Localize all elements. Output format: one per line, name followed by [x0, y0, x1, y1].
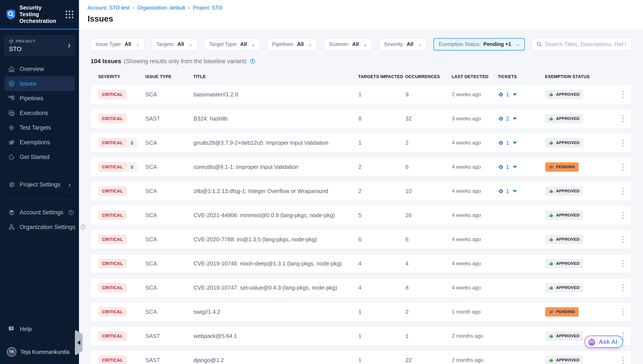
row-menu-kebab[interactable]: [619, 282, 627, 294]
exemption-status-cell: APPROVED: [545, 259, 619, 268]
app-title: Security Testing Orchestration: [20, 4, 62, 24]
filter-exemption-status[interactable]: Exemption Status: Pending +1 ⌄: [433, 38, 524, 50]
ticket-caret-down-icon[interactable]: [513, 190, 517, 192]
row-menu-kebab[interactable]: [619, 209, 627, 221]
row-menu-kebab[interactable]: [619, 233, 627, 246]
ticket-caret-down-icon[interactable]: [513, 93, 517, 96]
approved-badge: APPROVED: [545, 235, 583, 244]
ask-ai-button[interactable]: Ask AI: [584, 336, 623, 348]
last-detected-cell: 4 weeks ago: [452, 140, 498, 146]
chevron-down-icon: ⌄: [188, 42, 193, 47]
row-menu-kebab[interactable]: [619, 161, 627, 173]
sidebar-nav: Overview Issues Pipelines Executions: [0, 62, 79, 234]
row-menu-kebab[interactable]: [619, 88, 627, 100]
search-input[interactable]: [545, 41, 627, 48]
sidebar-item-test-targets[interactable]: Test Targets: [4, 120, 75, 135]
table-row[interactable]: CRITICAL SAST B324: hashlib 8 32 3 weeks…: [91, 109, 631, 128]
row-menu-kebab[interactable]: [619, 137, 627, 149]
info-icon[interactable]: [68, 210, 74, 216]
sidebar-item-exemptions[interactable]: Exemptions: [4, 135, 75, 150]
severity-cell: CRITICAL: [98, 162, 145, 172]
page-header: Account: STO test › Organization: defaul…: [79, 0, 643, 29]
avatar: TK: [7, 347, 17, 357]
exemption-status-cell: PENDING: [545, 307, 619, 316]
info-icon[interactable]: [250, 58, 255, 64]
severity-cell: CRITICAL: [98, 234, 145, 244]
row-menu-kebab[interactable]: [619, 354, 627, 364]
filter-pipelines[interactable]: Pipelines: All ⌄: [267, 38, 317, 50]
help-button[interactable]: ? Help: [4, 322, 75, 336]
ticket-count: 2: [506, 115, 509, 122]
issue-type-cell: SCA: [145, 91, 194, 98]
table-row[interactable]: CRITICAL SCA CVE-2020-7788: ini@1.3.5 (l…: [91, 230, 631, 249]
table-row[interactable]: CRITICAL SCA CVE-2021-44906: minimist@0.…: [91, 206, 631, 225]
sidebar-item-project-settings[interactable]: Project Settings ›: [4, 177, 75, 192]
search-box: [532, 38, 631, 50]
targets-impacted-cell: 6: [358, 236, 405, 243]
breadcrumb-account[interactable]: Account: STO test: [88, 5, 130, 11]
issue-title-cell: webpack@5.64.1: [194, 333, 358, 340]
tickets-cell[interactable]: 1: [498, 164, 545, 170]
table-row[interactable]: CRITICAL SCA gnutls28@3.7.9-2+deb12u5: I…: [91, 133, 631, 152]
info-icon[interactable]: [80, 224, 86, 230]
table-row[interactable]: CRITICAL SCA swig//1.4.2 1 2 1 month ago…: [91, 302, 631, 322]
sidebar-item-issues[interactable]: Issues: [4, 76, 75, 91]
filter-scanner[interactable]: Scanner: All ⌄: [324, 38, 372, 50]
filter-targets[interactable]: Targets: All ⌄: [152, 38, 197, 50]
occurrences-cell: 2: [405, 308, 452, 315]
user-menu[interactable]: TK Teja Kummarikuntla: [4, 347, 75, 357]
sto-shield-logo-icon: [6, 9, 16, 20]
tickets-cell[interactable]: 1: [498, 91, 545, 98]
issue-type-cell: SCA: [145, 308, 194, 315]
targets-impacted-cell: 1: [358, 333, 405, 340]
ticket-caret-down-icon[interactable]: [513, 142, 517, 144]
severity-badge: CRITICAL: [98, 355, 127, 364]
severity-cell: CRITICAL: [98, 90, 145, 99]
project-selector[interactable]: PROJECT STO ›: [4, 36, 75, 56]
filter-severity[interactable]: Severity: All ⌄: [379, 38, 427, 50]
sidebar-item-overview[interactable]: Overview: [4, 62, 75, 76]
row-menu-kebab[interactable]: [619, 258, 627, 270]
row-menu-kebab[interactable]: [619, 112, 627, 125]
severity-badge: CRITICAL: [98, 307, 127, 316]
thumbs-up-icon: [549, 140, 554, 145]
occurrences-cell: 6: [405, 236, 452, 243]
sidebar-item-executions[interactable]: Executions: [4, 106, 75, 120]
tickets-cell[interactable]: 1: [498, 140, 545, 146]
app-grid-icon[interactable]: [66, 10, 73, 18]
tickets-cell[interactable]: 1: [498, 188, 545, 194]
table-row[interactable]: CRITICAL SAST webpack@5.64.1 1 1 2 month…: [91, 326, 631, 346]
last-detected-cell: 4 weeks ago: [452, 212, 498, 218]
filter-issue-type[interactable]: Issue Type: All ⌄: [91, 38, 145, 50]
targets-impacted-cell: 5: [358, 212, 405, 219]
table-row[interactable]: CRITICAL SCA bassmaster//1.2.0 1 9 2 wee…: [91, 85, 631, 104]
help-chat-icon: ?: [8, 326, 15, 332]
ticket-caret-down-icon[interactable]: [513, 166, 517, 168]
sidebar-item-organization-settings[interactable]: Organization Settings: [4, 220, 75, 234]
ticket-caret-down-icon[interactable]: [513, 118, 517, 120]
severity-badge: CRITICAL: [98, 210, 127, 220]
project-label: PROJECT: [9, 39, 70, 44]
table-row[interactable]: CRITICAL SCA CVE-2019-10747: set-value@0…: [91, 278, 631, 297]
sidebar-item-get-started[interactable]: Get Started: [4, 150, 75, 164]
table-row[interactable]: CRITICAL SAST django@1.2 1 22 2 months a…: [91, 350, 631, 364]
filter-target-type[interactable]: Target Type: All ⌄: [204, 38, 260, 50]
chevron-down-icon: ⌄: [308, 42, 313, 47]
sidebar-item-pipelines[interactable]: Pipelines: [4, 91, 75, 106]
table-row[interactable]: CRITICAL SCA coreutils@9.1-1: Improper I…: [91, 157, 631, 176]
issue-type-cell: SCA: [145, 164, 194, 170]
table-row[interactable]: CRITICAL SCA zlib@1:1.2.13.dfsg-1: Integ…: [91, 181, 631, 201]
sidebar-item-account-settings[interactable]: Account Settings: [4, 205, 75, 220]
sidebar: Security Testing Orchestration PROJECT S…: [0, 0, 79, 364]
row-menu-kebab[interactable]: [619, 306, 627, 318]
exemption-status-cell: APPROVED: [545, 211, 619, 220]
tickets-cell[interactable]: 2: [498, 115, 545, 122]
severity-badge: CRITICAL: [98, 234, 127, 244]
breadcrumb-project[interactable]: Project: STO: [193, 5, 222, 11]
severity-cell: CRITICAL: [98, 355, 145, 364]
row-menu-kebab[interactable]: [619, 185, 627, 197]
breadcrumb-organization[interactable]: Organization: default: [137, 5, 185, 11]
table-row[interactable]: CRITICAL SCA CVE-2019-10746: mixin-deep@…: [91, 254, 631, 273]
approved-badge: APPROVED: [545, 259, 583, 268]
targets-impacted-cell: 1: [358, 308, 405, 315]
